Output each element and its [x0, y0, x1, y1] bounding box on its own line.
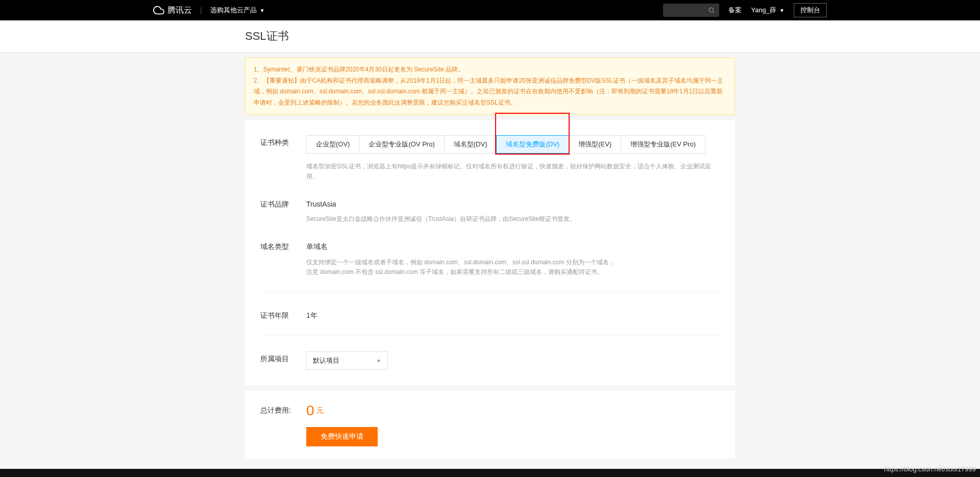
brand-text: 腾讯云 — [167, 5, 192, 16]
notice-line-2: 2、【重要通知】由于CA机构和证书代理商策略调整，从2018年1月1日起，同一主… — [254, 76, 726, 109]
duration-value: 1年 — [306, 308, 720, 320]
config-panel: 证书种类 企业型(OV) 企业型专业版(OV Pro) 域名型(DV) 域名型免… — [245, 120, 735, 385]
total-price: 0 — [306, 403, 314, 419]
cert-type-tabs: 企业型(OV) 企业型专业版(OV Pro) 域名型(DV) 域名型免费版(DV… — [306, 135, 720, 154]
domain-type-desc2: 注意 domain.com 不包含 ssl.domain.com 等子域名，如果… — [306, 267, 720, 277]
cert-type-desc: 域名型加密SSL证书，浏览器上有https提示并有绿锁标记。仅对域名所有权进行验… — [306, 162, 720, 181]
console-button[interactable]: 控制台 — [794, 3, 827, 17]
project-label: 所属项目 — [260, 352, 306, 370]
divider: | — [200, 6, 202, 14]
watermark: https://blog.csdn.net/soul17999 — [884, 465, 976, 473]
tab-ev[interactable]: 增强型(EV) — [569, 135, 621, 154]
product-select-label: 选购其他云产品 — [210, 6, 257, 15]
brand-value: TrustAsia — [306, 197, 720, 208]
divider — [260, 292, 720, 293]
total-label: 总计费用: — [260, 406, 306, 415]
search-box[interactable] — [663, 4, 719, 17]
tab-dv-free[interactable]: 域名型免费版(DV) — [496, 135, 569, 154]
chevron-down-icon: ▼ — [376, 358, 381, 364]
notice-line-1: 1、Symantec、赛门铁克证书品牌2020年4月30日起更名为 Secure… — [254, 64, 726, 76]
product-select[interactable]: 选购其他云产品 ▼ — [210, 6, 265, 15]
submit-button[interactable]: 免费快速申请 — [306, 427, 378, 446]
caret-down-icon: ▼ — [779, 8, 785, 13]
cert-type-label: 证书种类 — [260, 135, 306, 181]
user-menu[interactable]: Yang_薛 ▼ — [751, 6, 785, 15]
divider — [260, 336, 720, 336]
project-selected-value: 默认项目 — [313, 356, 339, 365]
duration-label: 证书年限 — [260, 308, 306, 320]
domain-type-desc1: 仅支持绑定一个一级域名或者子域名，例如 domain.com、ssl.domai… — [306, 258, 720, 267]
tab-dv[interactable]: 域名型(DV) — [444, 135, 497, 154]
tab-ov-pro[interactable]: 企业型专业版(OV Pro) — [359, 135, 444, 154]
caret-down-icon: ▼ — [260, 8, 265, 13]
search-icon — [708, 7, 715, 14]
domain-type-label: 域名类型 — [260, 239, 306, 277]
brand-label: 证书品牌 — [260, 197, 306, 224]
cloud-icon — [153, 5, 164, 16]
site-footer: Tencent 腾讯开放平台 腾讯会议 DNSPod 微信公众平台 腾讯优图 腾… — [0, 469, 980, 477]
domain-type-value: 单域名 — [306, 239, 720, 252]
tab-ev-pro[interactable]: 增强型专业版(EV Pro) — [621, 135, 705, 154]
user-name: Yang_薛 — [751, 6, 776, 15]
tab-ov[interactable]: 企业型(OV) — [306, 135, 359, 154]
page-title: SSL证书 — [245, 29, 735, 44]
beian-link[interactable]: 备案 — [728, 6, 742, 15]
topbar: 腾讯云 | 选购其他云产品 ▼ 备案 Yang_薛 ▼ 控制台 — [0, 0, 980, 20]
project-select[interactable]: 默认项目 ▼ — [306, 352, 388, 370]
svg-point-0 — [709, 8, 714, 12]
svg-line-1 — [713, 12, 715, 13]
title-bar: SSL证书 — [0, 20, 980, 53]
brand-logo[interactable]: 腾讯云 — [153, 5, 192, 16]
footer-panel: 总计费用: 0 元 免费快速申请 — [245, 390, 735, 459]
brand-desc: SecureSite亚太白金战略合作伙伴亚洲诚信（TrustAsia）自研证书品… — [306, 214, 720, 224]
notice-banner: 1、Symantec、赛门铁克证书品牌2020年4月30日起更名为 Secure… — [245, 58, 735, 115]
total-unit: 元 — [316, 406, 324, 415]
